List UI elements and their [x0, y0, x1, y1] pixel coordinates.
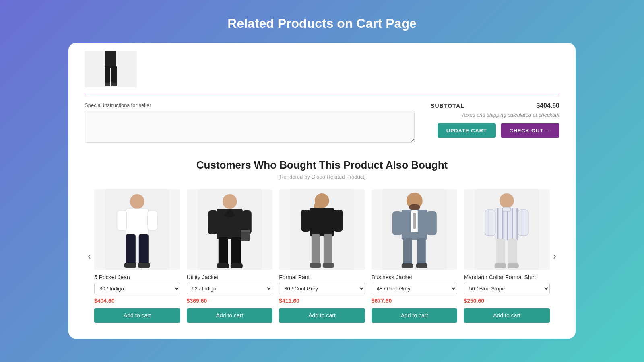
add-to-cart-button-4[interactable]: Add to cart	[372, 308, 458, 323]
product-name-1: 5 Pocket Jean	[94, 274, 180, 280]
product-variant-select-3[interactable]: 30 / Cool Grey 32 / Cool Grey 34 / Cool …	[279, 283, 365, 294]
svg-rect-63	[508, 239, 517, 265]
subtotal-column: SUBTOTAL $404.60 Taxes and shipping calc…	[431, 102, 559, 138]
products-carousel: ‹	[85, 189, 559, 323]
checkout-button[interactable]: CHECK OUT →	[501, 123, 559, 138]
svg-rect-9	[148, 210, 157, 230]
rendered-by-text: [Rendered by Globo Related Product]	[85, 174, 559, 180]
cart-product-image	[85, 51, 137, 87]
instructions-label: Special instructions for seller	[85, 102, 415, 108]
product-name-5: Mandarin Collar Formal Shirt	[464, 274, 550, 280]
subtotal-row: SUBTOTAL $404.60	[431, 102, 559, 109]
svg-rect-31	[301, 210, 311, 232]
products-grid: 5 Pocket Jean 30 / Indigo 32 / Indigo 34…	[94, 189, 550, 323]
product-card: Business Jacket 48 / Cool Grey 50 / Cool…	[372, 189, 458, 323]
svg-rect-1	[105, 66, 110, 84]
product-variant-select-2[interactable]: 52 / Indigo 50 / Indigo 48 / Indigo	[187, 283, 273, 294]
product-name-3: Formal Pant	[279, 274, 365, 280]
svg-rect-4	[111, 83, 117, 86]
related-products-title: Customers Who Bought This Product Also B…	[85, 159, 559, 171]
svg-rect-44	[427, 211, 437, 235]
add-to-cart-button-3[interactable]: Add to cart	[279, 308, 365, 323]
svg-rect-57	[503, 207, 511, 211]
product-price-5: $250.60	[464, 298, 550, 304]
related-products-section: Customers Who Bought This Product Also B…	[85, 159, 559, 323]
svg-rect-13	[138, 263, 150, 268]
svg-rect-60	[518, 210, 528, 236]
svg-rect-24	[231, 237, 241, 265]
svg-rect-34	[324, 234, 332, 265]
svg-rect-2	[111, 66, 117, 84]
svg-rect-25	[217, 263, 229, 268]
svg-rect-32	[333, 210, 343, 232]
product-image-2	[187, 189, 273, 270]
product-image-4	[372, 189, 458, 270]
svg-rect-64	[495, 263, 506, 268]
svg-rect-36	[323, 263, 334, 268]
product-name-4: Business Jacket	[372, 274, 458, 280]
svg-rect-45	[403, 238, 412, 265]
subtotal-label: SUBTOTAL	[431, 103, 464, 109]
cart-bottom-section: Special instructions for seller SUBTOTAL…	[85, 102, 559, 144]
svg-rect-26	[230, 263, 242, 268]
svg-point-50	[500, 193, 514, 208]
svg-rect-33	[312, 234, 320, 265]
product-price-1: $404.60	[94, 298, 180, 304]
product-variant-select-1[interactable]: 30 / Indigo 32 / Indigo 34 / Indigo	[94, 283, 180, 294]
svg-rect-47	[402, 263, 413, 268]
cart-buttons: UPDATE CART CHECK OUT →	[431, 123, 559, 138]
cart-top	[85, 43, 559, 87]
main-card: Special instructions for seller SUBTOTAL…	[68, 43, 576, 339]
svg-point-39	[409, 204, 420, 210]
product-variant-select-4[interactable]: 48 / Cool Grey 50 / Cool Grey 52 / Cool …	[372, 283, 458, 294]
svg-rect-12	[124, 263, 136, 268]
product-card: Mandarin Collar Formal Shirt 50 / Blue S…	[464, 189, 550, 323]
svg-rect-62	[496, 239, 505, 265]
svg-rect-8	[117, 210, 127, 230]
product-image-1	[94, 189, 180, 270]
carousel-prev-button[interactable]: ‹	[85, 251, 94, 262]
update-cart-button[interactable]: UPDATE CART	[438, 123, 496, 138]
product-card: 5 Pocket Jean 30 / Indigo 32 / Indigo 34…	[94, 189, 180, 323]
instructions-column: Special instructions for seller	[85, 102, 415, 144]
subtotal-amount: $404.60	[536, 102, 559, 109]
svg-rect-42	[413, 213, 416, 229]
svg-rect-65	[508, 263, 519, 268]
svg-rect-0	[105, 51, 116, 68]
product-image-3	[279, 189, 365, 270]
product-price-4: $677.60	[372, 298, 458, 304]
product-image-5	[464, 189, 550, 270]
svg-rect-48	[416, 263, 427, 268]
svg-rect-46	[417, 238, 426, 265]
svg-rect-10	[126, 234, 136, 265]
svg-point-6	[130, 194, 144, 209]
svg-rect-43	[392, 211, 402, 235]
instructions-textarea[interactable]	[85, 111, 415, 143]
svg-rect-35	[310, 263, 321, 268]
page-title: Related Products on Cart Page	[0, 0, 644, 43]
svg-rect-30	[310, 208, 334, 236]
product-price-3: $411.60	[279, 298, 365, 304]
add-to-cart-button-2[interactable]: Add to cart	[187, 308, 273, 323]
product-card: Utility Jacket 52 / Indigo 50 / Indigo 4…	[187, 189, 273, 323]
product-name-2: Utility Jacket	[187, 274, 273, 280]
product-price-2: $369.60	[187, 298, 273, 304]
add-to-cart-button-5[interactable]: Add to cart	[464, 308, 550, 323]
svg-point-15	[222, 194, 237, 209]
add-to-cart-button-1[interactable]: Add to cart	[94, 308, 180, 323]
svg-rect-19	[208, 210, 217, 234]
carousel-next-button[interactable]: ›	[550, 251, 559, 262]
svg-rect-3	[105, 83, 110, 86]
cart-divider	[85, 94, 559, 94]
product-card: Formal Pant 30 / Cool Grey 32 / Cool Gre…	[279, 189, 365, 323]
svg-rect-22	[241, 230, 250, 232]
svg-rect-11	[139, 234, 149, 265]
tax-note: Taxes and shipping calculated at checkou…	[431, 112, 559, 118]
svg-rect-23	[218, 237, 228, 265]
svg-rect-7	[126, 209, 149, 237]
product-variant-select-5[interactable]: 50 / Blue Stripe 48 / Blue Stripe 52 / B…	[464, 283, 550, 294]
svg-rect-58	[485, 210, 495, 236]
